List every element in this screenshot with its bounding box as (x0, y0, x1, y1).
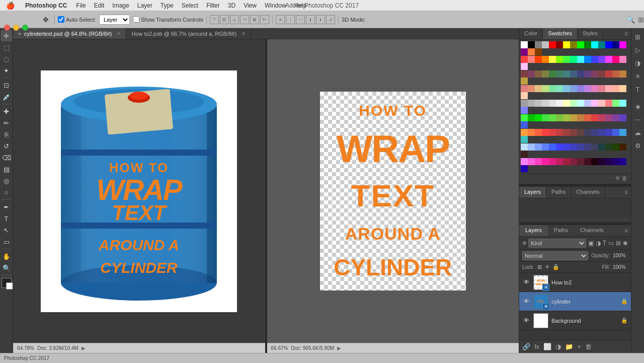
swatch-item[interactable] (619, 143, 626, 151)
swatch-item[interactable] (612, 100, 619, 107)
swatch-item[interactable] (605, 158, 612, 165)
move-tool-icon[interactable]: ✥ (40, 14, 51, 25)
swatches-panel-menu-icon[interactable]: ≡ (621, 28, 631, 39)
swatch-item[interactable] (542, 70, 549, 78)
layer-mask-icon[interactable]: ⬜ (543, 343, 551, 350)
swatch-item[interactable] (528, 143, 535, 151)
dodge-tool[interactable]: ○ (1, 187, 12, 198)
swatch-item[interactable] (570, 70, 577, 78)
menu-layer[interactable]: Layer (133, 2, 156, 9)
swatch-item[interactable] (521, 151, 528, 158)
lock-pixel-icon[interactable]: ⊠ (537, 264, 542, 270)
swatch-item[interactable] (563, 143, 570, 151)
swatch-item[interactable] (612, 85, 619, 92)
doc-tab-2[interactable]: How to2.psb @ 66.7% (around a, RGB/8#) ✕ (126, 28, 251, 39)
swatch-item[interactable] (521, 114, 528, 121)
swatch-item[interactable] (591, 129, 598, 136)
swatch-item[interactable] (584, 70, 591, 78)
filter-toggle-icon[interactable]: ◉ (623, 240, 628, 246)
swatch-item[interactable] (549, 114, 556, 121)
align-top-icon[interactable]: ⊤ (210, 15, 219, 24)
swatch-item[interactable] (605, 143, 612, 151)
align-right-icon[interactable]: ⊢ (260, 15, 269, 24)
swatch-item[interactable] (549, 85, 556, 92)
swatch-item[interactable] (570, 143, 577, 151)
swatch-item[interactable] (619, 129, 626, 136)
swatch-item[interactable] (528, 48, 535, 55)
dist-top-icon[interactable]: ≡ (276, 15, 285, 24)
swatch-item[interactable] (570, 129, 577, 136)
swatch-item[interactable] (605, 56, 612, 63)
swatch-item[interactable] (570, 41, 577, 48)
swatch-item[interactable] (549, 41, 556, 48)
menu-type[interactable]: Type (156, 2, 178, 9)
swatch-item[interactable] (591, 100, 598, 107)
align-vcenter-icon[interactable]: ⊟ (220, 15, 229, 24)
swatch-item[interactable] (556, 143, 563, 151)
blend-mode-dropdown[interactable]: Normal (522, 251, 588, 260)
history-panel-icon[interactable]: ▷ (632, 44, 643, 55)
swatch-item[interactable] (598, 70, 605, 78)
swatch-item[interactable] (521, 63, 528, 70)
menu-select[interactable]: Select (178, 2, 202, 9)
swatch-item[interactable] (598, 100, 605, 107)
swatch-item[interactable] (521, 92, 528, 99)
layer-link-icon[interactable]: 🔗 (522, 343, 530, 350)
swatch-item[interactable] (521, 41, 528, 48)
history-tool[interactable]: ↺ (1, 140, 12, 152)
swatch-item[interactable] (584, 158, 591, 165)
swatch-item[interactable] (535, 70, 542, 78)
pen-tool[interactable]: ✒ (1, 201, 12, 212)
lasso-tool[interactable]: ◌ (1, 53, 12, 64)
crop-tool[interactable]: ⊡ (1, 80, 12, 91)
fill-value[interactable]: 100% (613, 264, 628, 270)
swatch-item[interactable] (556, 100, 563, 107)
canvas-wrapper-2[interactable]: HOW TO WRAP TEXT AROUND A CYLINDER (267, 39, 519, 343)
swatch-item[interactable] (591, 143, 598, 151)
swatch-item[interactable] (528, 70, 535, 78)
swatch-item[interactable] (521, 158, 528, 165)
dist-hcenter-icon[interactable]: ⫾ (316, 15, 325, 24)
swatch-item[interactable] (605, 100, 612, 107)
swatch-item[interactable] (528, 129, 535, 136)
swatch-item[interactable] (563, 85, 570, 92)
swatch-item[interactable] (605, 70, 612, 78)
canvas-wrapper-1[interactable]: HOW TO WRAP TEXT AROUND A CYLINDER (13, 39, 265, 343)
swatch-item[interactable] (521, 56, 528, 63)
swatch-item[interactable] (619, 56, 626, 63)
filter-adjust-icon[interactable]: ◑ (596, 240, 601, 247)
swatch-item[interactable] (556, 56, 563, 63)
menu-view[interactable]: View (239, 2, 261, 9)
swatch-item[interactable] (528, 41, 535, 48)
filter-smart-icon[interactable]: ⊞ (616, 240, 621, 247)
dist-left-icon[interactable]: ⫿ (306, 15, 315, 24)
swatch-item[interactable] (605, 114, 612, 121)
layers-panel-icon[interactable]: ⊞ (632, 31, 643, 42)
swatch-item[interactable] (619, 41, 626, 48)
swatch-item[interactable] (612, 114, 619, 121)
swatch-item[interactable] (619, 70, 626, 78)
tab-color[interactable]: Color (519, 28, 543, 39)
dist-bottom-icon[interactable]: ⋯ (296, 15, 305, 24)
swatch-item[interactable] (619, 158, 626, 165)
tab-paths[interactable]: Paths (546, 187, 571, 198)
layer-bg-vis-icon[interactable]: 👁 (522, 317, 530, 325)
shape-tool[interactable]: ▭ (1, 236, 12, 247)
swatch-item[interactable] (556, 41, 563, 48)
swatch-item[interactable] (535, 41, 542, 48)
swatch-item[interactable] (598, 129, 605, 136)
swatch-item[interactable] (535, 48, 542, 55)
paths-panel-menu-icon[interactable]: ≡ (621, 187, 631, 198)
app-menu-photoshop[interactable]: Photoshop CC (20, 2, 72, 9)
doc2-arrow-icon[interactable]: ▶ (337, 345, 341, 351)
swatch-item[interactable] (528, 158, 535, 165)
zoom-tool[interactable]: 🔍 (1, 262, 12, 273)
tab-layers-paths[interactable]: Layers (519, 187, 546, 198)
tab-layers[interactable]: Layers (519, 225, 548, 236)
swatch-item[interactable] (535, 85, 542, 92)
filter-dropdown[interactable]: Kind Name Effect Mode (528, 239, 586, 248)
swatch-item[interactable] (549, 143, 556, 151)
menu-image[interactable]: Image (108, 2, 133, 9)
minimize-button[interactable] (13, 25, 19, 31)
tab-channels-2[interactable]: Channels (574, 225, 609, 236)
